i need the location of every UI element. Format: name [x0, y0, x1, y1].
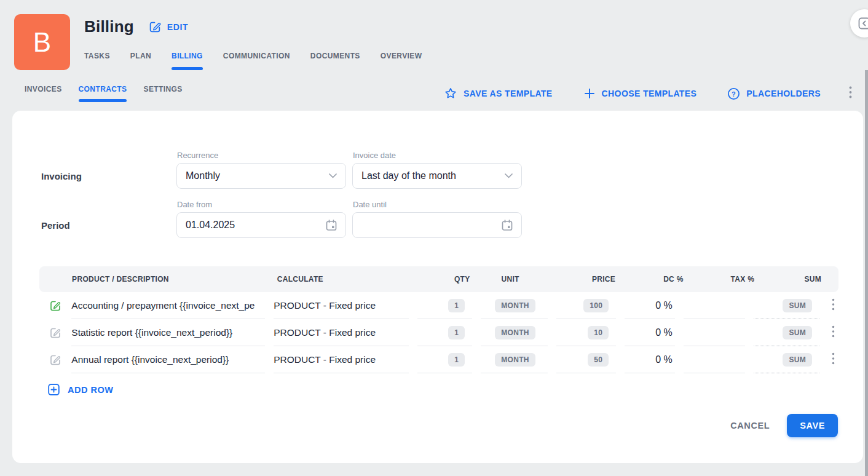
billing-page: B Billing EDIT TASKS PLAN BILLING COMMUN…	[0, 0, 868, 476]
col-header-unit: UNIT	[487, 275, 554, 284]
description-field[interactable]: Accounting / prepayment {{invoice_next_p…	[71, 300, 254, 311]
edit-label: EDIT	[167, 22, 188, 32]
tab-communication[interactable]: COMMUNICATION	[223, 52, 290, 70]
invoice-date-label: Invoice date	[353, 151, 396, 160]
collapse-panel-button[interactable]	[850, 9, 868, 38]
qty-field[interactable]: 1	[448, 353, 465, 367]
edit-button[interactable]: EDIT	[149, 20, 188, 33]
price-field[interactable]: 10	[588, 326, 609, 339]
table-header-row: PRODUCT / DESCRIPTION CALCULATE QTY UNIT…	[39, 266, 838, 292]
col-header-dc: DC %	[633, 275, 684, 284]
svg-text:?: ?	[732, 90, 736, 97]
contract-card: Invoicing Recurrence Monthly Invoice dat…	[12, 111, 863, 463]
row-kebab-icon[interactable]	[828, 297, 838, 314]
recurrence-value: Monthly	[186, 170, 329, 181]
title-row: Billing EDIT	[84, 17, 188, 36]
tab-billing[interactable]: BILLING	[172, 52, 203, 70]
tab-documents[interactable]: DOCUMENTS	[310, 52, 360, 70]
page-title: Billing	[84, 17, 134, 36]
avatar: B	[14, 14, 70, 70]
price-field[interactable]: 50	[588, 353, 609, 367]
sum-badge[interactable]: SUM	[783, 326, 812, 339]
add-row-label: ADD ROW	[68, 385, 113, 395]
row-edit-icon[interactable]	[49, 327, 61, 339]
dc-field[interactable]: 0 %	[655, 327, 673, 338]
unit-field[interactable]: MONTH	[495, 353, 535, 367]
placeholders-button[interactable]: ? PLACEHOLDERS	[727, 87, 821, 100]
placeholders-label: PLACEHOLDERS	[746, 89, 821, 98]
products-table: PRODUCT / DESCRIPTION CALCULATE QTY UNIT…	[39, 266, 838, 373]
calculate-field[interactable]: PRODUCT - Fixed price	[274, 327, 376, 338]
col-header-tax: TAX %	[692, 275, 754, 284]
choose-templates-button[interactable]: CHOOSE TEMPLATES	[583, 87, 697, 100]
add-row-icon	[48, 384, 60, 395]
description-field[interactable]: Statistic report {{invoice_next_period}}	[71, 327, 232, 338]
question-icon: ?	[727, 87, 740, 100]
recurrence-label: Recurrence	[177, 151, 218, 160]
qty-field[interactable]: 1	[448, 299, 465, 312]
star-icon	[444, 87, 457, 100]
tab-plan[interactable]: PLAN	[130, 52, 151, 70]
sub-tabs: INVOICES CONTRACTS SETTINGS	[25, 85, 183, 102]
sum-badge[interactable]: SUM	[783, 353, 812, 367]
recurrence-select[interactable]: Monthly	[176, 163, 346, 189]
price-field[interactable]: 100	[583, 299, 609, 312]
table-row: Accounting / prepayment {{invoice_next_p…	[39, 292, 838, 319]
save-button[interactable]: SAVE	[787, 414, 838, 437]
sum-badge[interactable]: SUM	[783, 299, 812, 312]
date-until-input[interactable]	[352, 212, 522, 238]
chevron-down-icon	[505, 173, 513, 178]
main-tabs: TASKS PLAN BILLING COMMUNICATION DOCUMEN…	[84, 52, 422, 70]
subtab-settings[interactable]: SETTINGS	[143, 85, 182, 102]
date-from-value: 01.04.2025	[186, 220, 326, 231]
invoice-date-select[interactable]: Last day of the month	[352, 163, 522, 189]
date-from-input[interactable]: 01.04.2025	[176, 212, 346, 238]
subtab-contracts[interactable]: CONTRACTS	[79, 85, 127, 102]
dc-field[interactable]: 0 %	[655, 300, 673, 311]
save-as-template-button[interactable]: SAVE AS TEMPLATE	[444, 87, 553, 100]
edit-icon	[149, 20, 162, 33]
vertical-scrollbar[interactable]	[865, 70, 868, 476]
table-row: Statistic report {{invoice_next_period}}…	[39, 319, 838, 346]
col-header-calculate: CALCULATE	[277, 275, 414, 284]
col-header-description: PRODUCT / DESCRIPTION	[72, 275, 269, 284]
date-until-label: Date until	[353, 200, 387, 209]
calculate-field[interactable]: PRODUCT - Fixed price	[274, 354, 376, 365]
table-row: Annual report {{invoice_next_period}} PR…	[39, 346, 838, 373]
period-row-label: Period	[41, 220, 70, 231]
calendar-icon[interactable]	[502, 220, 513, 231]
dc-field[interactable]: 0 %	[655, 354, 673, 365]
row-edit-icon[interactable]	[49, 354, 61, 366]
invoicing-row-label: Invoicing	[41, 171, 82, 181]
add-row-button[interactable]: ADD ROW	[48, 384, 113, 395]
header-actions: SAVE AS TEMPLATE CHOOSE TEMPLATES ? PLAC…	[444, 85, 854, 102]
calendar-icon[interactable]	[326, 220, 337, 231]
chevron-down-icon	[329, 173, 337, 178]
col-header-qty: QTY	[423, 275, 479, 284]
unit-field[interactable]: MONTH	[495, 299, 535, 312]
more-options-kebab-icon[interactable]	[846, 85, 854, 102]
date-from-label: Date from	[177, 200, 212, 209]
invoice-date-value: Last day of the month	[361, 170, 505, 181]
tab-overview[interactable]: OVERVIEW	[381, 52, 422, 70]
col-header-sum: SUM	[763, 275, 830, 284]
save-as-template-label: SAVE AS TEMPLATE	[464, 89, 553, 98]
row-kebab-icon[interactable]	[828, 324, 838, 341]
tab-tasks[interactable]: TASKS	[84, 52, 110, 70]
collapse-panel-icon	[858, 17, 868, 30]
unit-field[interactable]: MONTH	[495, 326, 535, 339]
col-header-price: PRICE	[564, 275, 624, 284]
sub-navigation: INVOICES CONTRACTS SETTINGS SAVE AS TEMP…	[25, 85, 854, 102]
qty-field[interactable]: 1	[448, 326, 465, 339]
row-kebab-icon[interactable]	[828, 351, 838, 368]
choose-templates-label: CHOOSE TEMPLATES	[602, 89, 697, 98]
cancel-button[interactable]: CANCEL	[730, 421, 770, 430]
calculate-field[interactable]: PRODUCT - Fixed price	[274, 300, 376, 311]
plus-icon	[583, 87, 596, 100]
card-footer: CANCEL SAVE	[730, 414, 838, 437]
row-edit-icon[interactable]	[49, 299, 61, 312]
subtab-invoices[interactable]: INVOICES	[25, 85, 62, 102]
description-field[interactable]: Annual report {{invoice_next_period}}	[71, 354, 229, 365]
